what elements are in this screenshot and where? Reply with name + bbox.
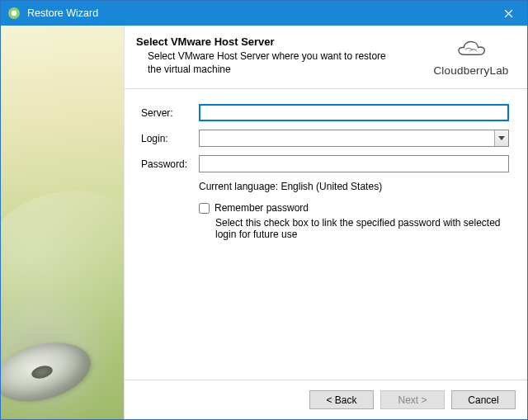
server-input[interactable] bbox=[199, 104, 509, 121]
remember-row: Remember password bbox=[199, 202, 509, 214]
wizard-footer: < Back Next > Cancel bbox=[125, 380, 527, 419]
svg-point-1 bbox=[12, 11, 16, 16]
brand-block: CloudberryLab bbox=[427, 35, 516, 77]
header-text: Select VMware Host Server Select VMware … bbox=[136, 35, 427, 76]
window-title: Restore Wizard bbox=[27, 7, 490, 19]
wizard-body: Select VMware Host Server Select VMware … bbox=[1, 26, 527, 419]
remember-hint: Select this check box to link the specif… bbox=[215, 217, 509, 240]
cloud-icon bbox=[452, 35, 490, 62]
close-icon bbox=[504, 9, 513, 18]
login-input[interactable] bbox=[199, 130, 509, 147]
app-icon bbox=[7, 7, 21, 20]
form-area: Server: Login: Password: bbox=[125, 89, 527, 248]
next-button[interactable]: Next > bbox=[380, 390, 445, 409]
password-label: Password: bbox=[141, 158, 199, 170]
page-subtitle: Select VMware Host Server where you want… bbox=[136, 50, 392, 76]
brand-name: CloudberryLab bbox=[427, 64, 516, 77]
remember-label: Remember password bbox=[214, 202, 309, 214]
remember-checkbox[interactable] bbox=[199, 203, 210, 214]
page-title: Select VMware Host Server bbox=[136, 35, 427, 48]
server-label: Server: bbox=[141, 107, 199, 119]
login-dropdown-button[interactable] bbox=[494, 130, 508, 146]
chevron-down-icon bbox=[498, 136, 505, 141]
titlebar: Restore Wizard bbox=[1, 1, 527, 26]
restore-wizard-window: Restore Wizard Select VMware Host Server… bbox=[0, 0, 528, 420]
server-row: Server: bbox=[141, 104, 509, 121]
back-button[interactable]: < Back bbox=[309, 390, 374, 409]
close-button[interactable] bbox=[490, 1, 527, 26]
login-row: Login: bbox=[141, 130, 509, 147]
cancel-button[interactable]: Cancel bbox=[451, 390, 516, 409]
wizard-header: Select VMware Host Server Select VMware … bbox=[125, 26, 527, 89]
wizard-sidebar-graphic bbox=[1, 26, 125, 419]
login-combobox[interactable] bbox=[199, 130, 509, 147]
password-row: Password: bbox=[141, 155, 509, 172]
wizard-main: Select VMware Host Server Select VMware … bbox=[125, 26, 527, 419]
login-label: Login: bbox=[141, 133, 199, 144]
password-input[interactable] bbox=[199, 155, 509, 172]
current-language: Current language: English (United States… bbox=[199, 181, 509, 192]
